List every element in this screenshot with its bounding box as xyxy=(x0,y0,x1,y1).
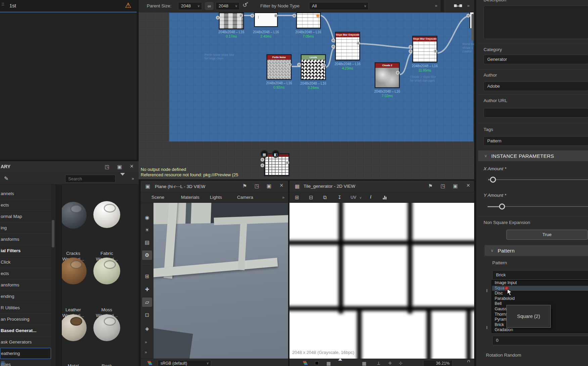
histogram-icon[interactable] xyxy=(383,195,387,199)
toolbar-overflow-icon[interactable]: » xyxy=(467,3,469,8)
sidebar-item[interactable]: ing xyxy=(0,222,51,234)
graph-tab-label[interactable]: 1st xyxy=(9,3,16,8)
material-thumbnail[interactable] xyxy=(62,314,87,341)
parent-size-width-dropdown[interactable]: 2048∨ xyxy=(178,2,202,10)
view3d-viewport[interactable] xyxy=(153,203,288,359)
connector-dot[interactable] xyxy=(251,14,254,17)
menu-scene[interactable]: Scene xyxy=(151,195,164,200)
view2d-viewport[interactable]: 2048 x 2048 (Grayscale, 16bpc) xyxy=(289,203,474,359)
node-link-icon[interactable] xyxy=(454,4,463,8)
connector-dot[interactable] xyxy=(274,14,278,17)
close-panel-icon[interactable]: × xyxy=(130,163,134,170)
material-thumbnail[interactable] xyxy=(62,258,87,284)
x-amount-slider[interactable] xyxy=(484,175,588,185)
pattern-option[interactable]: Disc xyxy=(492,291,588,296)
menu-camera[interactable]: Camera xyxy=(237,195,253,200)
reset-size-icon[interactable]: ↺✕ xyxy=(242,2,247,9)
connector-dot[interactable] xyxy=(261,158,264,162)
sidebar-item[interactable]: ask Generators xyxy=(0,336,51,348)
view3d-header[interactable]: ▣ Plane (hi-r⋯L - 3D VIEW ⚑ ◳ ▣ × xyxy=(141,181,288,192)
float-panel-icon[interactable]: ◳ xyxy=(441,183,445,188)
colorspace-dropdown[interactable]: sRGB (default)∨ xyxy=(157,360,211,366)
connector-dot[interactable] xyxy=(292,14,296,17)
material-thumbnail[interactable] xyxy=(93,258,120,284)
node-slope-blur-grayscale[interactable]: Slope Blur Grayscale xyxy=(335,32,360,60)
thumbnail-label[interactable]: Metal Weatheri... xyxy=(62,363,89,366)
material-thumbnail[interactable] xyxy=(93,314,120,341)
close-panel-icon[interactable]: × xyxy=(466,182,470,189)
filter-node-type-dropdown[interactable]: All∨ xyxy=(309,2,369,10)
transform-icon[interactable]: ✚ xyxy=(142,285,152,294)
light-icon[interactable]: ☀ xyxy=(142,225,152,235)
slider-handle[interactable] xyxy=(499,203,505,210)
sidebar-item[interactable]: ial Filters xyxy=(0,245,51,257)
connector-dot[interactable] xyxy=(434,49,437,53)
connector-dot[interactable] xyxy=(288,63,291,66)
graph-canvas[interactable]: Perlin noise slope blurfor large chips C… xyxy=(139,12,474,179)
parent-size-height-dropdown[interactable]: 2048∨ xyxy=(216,2,240,10)
node-perlin-noise[interactable]: Perlin Noise xyxy=(267,54,291,80)
close-panel-icon[interactable]: × xyxy=(280,182,283,189)
save-icon[interactable]: ⊟ xyxy=(309,195,313,200)
target-icon[interactable]: ⊹ xyxy=(399,361,403,365)
pin-icon[interactable]: ⚑ xyxy=(428,183,433,188)
connector-dot-orange[interactable] xyxy=(316,14,320,17)
material-thumbnail[interactable] xyxy=(93,201,120,228)
material-thumbnail[interactable] xyxy=(62,202,87,229)
sidebar-item[interactable]: annels xyxy=(0,188,51,199)
pattern-option[interactable]: Image Input xyxy=(492,280,588,286)
connector-dot[interactable] xyxy=(216,16,220,19)
connector-dot[interactable] xyxy=(331,45,335,48)
toolbar-overflow-icon[interactable]: » xyxy=(435,3,437,8)
author-url-field[interactable] xyxy=(484,108,588,118)
grid-toggle-icon[interactable]: ▦ xyxy=(326,361,331,366)
pattern-option[interactable]: Paraboloid xyxy=(492,296,588,302)
connector-dot[interactable] xyxy=(356,41,360,45)
filter-funnel-icon[interactable] xyxy=(120,176,127,182)
pattern-option[interactable]: Gradation xyxy=(492,327,588,333)
node-clouds-2[interactable]: Clouds 2 xyxy=(375,62,400,88)
background-swatch[interactable] xyxy=(315,361,319,365)
search-input[interactable] xyxy=(65,175,116,183)
maximize-panel-icon[interactable]: ▣ xyxy=(267,183,271,188)
view2d-header[interactable]: ▦ Tile_generator - 2D VIEW ⚑ ◳ ▣ × xyxy=(289,181,474,192)
toolbar-overflow-icon[interactable]: » xyxy=(145,350,147,355)
non-square-expansion-button[interactable]: True xyxy=(506,230,588,240)
connector-dot[interactable] xyxy=(285,161,289,165)
copy-icon[interactable]: ⧉ xyxy=(323,195,327,200)
grid-move-icon[interactable]: ⊞ xyxy=(142,272,152,281)
connector-dot[interactable] xyxy=(322,63,326,67)
library-list-scrollbar[interactable] xyxy=(51,185,55,366)
diamond-icon[interactable]: ◈ xyxy=(142,324,152,333)
webcam-icon[interactable]: ◉ xyxy=(142,213,152,222)
info-icon[interactable]: i xyxy=(370,194,371,200)
node-levels[interactable]: Levels xyxy=(301,54,326,80)
zoom-level-field[interactable]: 36.21% xyxy=(423,360,453,366)
sidebar-item-selected[interactable]: eathering xyxy=(0,348,51,359)
sidebar-item[interactable]: ansforms xyxy=(0,279,51,291)
pattern-section[interactable]: ∨ Pattern xyxy=(485,245,588,256)
sidebar-item[interactable]: ects xyxy=(0,199,51,211)
category-field[interactable]: Generator xyxy=(484,55,588,64)
crosshair-icon[interactable]: ✛ xyxy=(388,361,392,365)
sidebar-item[interactable]: ilities xyxy=(0,359,51,366)
perspective-icon[interactable]: ▱ xyxy=(142,298,152,307)
menu-materials[interactable]: Materials xyxy=(181,195,199,200)
sidebar-item[interactable]: R Utilities xyxy=(0,302,51,314)
float-panel-icon[interactable]: ◳ xyxy=(255,183,259,188)
connector-dot[interactable] xyxy=(396,71,400,75)
pattern-offset-field[interactable]: 0 xyxy=(492,336,588,345)
author-field[interactable]: Adobe xyxy=(484,82,588,91)
maximize-panel-icon[interactable]: ▣ xyxy=(453,183,458,188)
cube-wire-icon[interactable]: ⊡ xyxy=(142,310,152,320)
description-textarea[interactable] xyxy=(484,5,588,39)
connector-dot[interactable] xyxy=(409,49,412,53)
axis-icon[interactable]: ⊥ xyxy=(377,361,380,365)
float-panel-icon[interactable]: ◳ xyxy=(105,164,109,169)
link-size-button[interactable]: ∞ xyxy=(205,2,214,10)
sidebar-item[interactable]: Based Generat... xyxy=(0,325,51,336)
pin-icon[interactable]: ⚑ xyxy=(242,183,247,188)
instance-parameters-section[interactable]: ∨ INSTANCE PARAMETERS xyxy=(478,150,588,161)
connector-dot[interactable] xyxy=(261,164,264,167)
sidebar-item[interactable]: Click xyxy=(0,257,51,268)
